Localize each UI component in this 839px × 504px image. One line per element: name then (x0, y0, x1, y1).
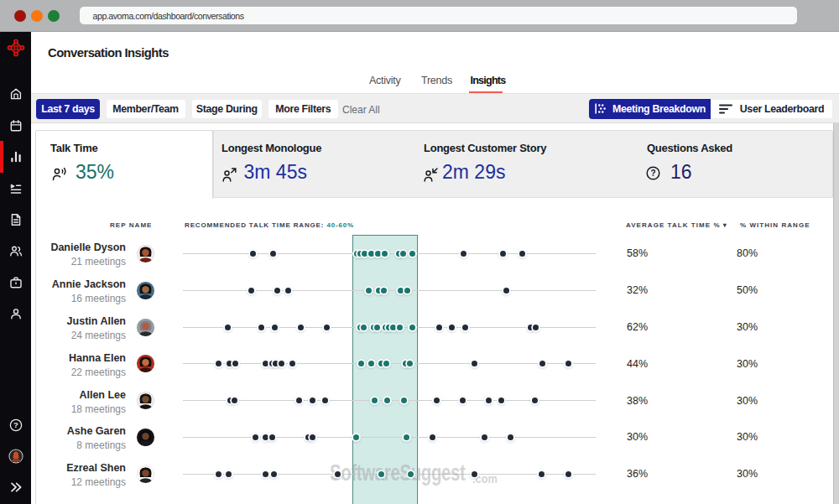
svg-text:?: ? (13, 420, 18, 429)
svg-text:?: ? (650, 169, 655, 178)
